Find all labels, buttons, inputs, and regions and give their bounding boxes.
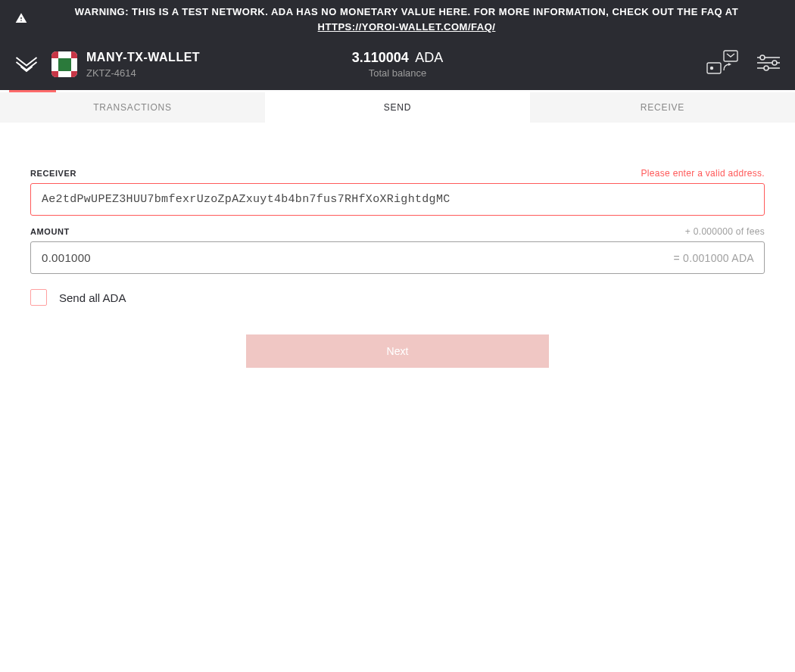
wallet-info: MANY-TX-WALLET ZKTZ-4614	[51, 51, 200, 79]
warning-banner: WARNING: THIS IS A TEST NETWORK. ADA HAS…	[0, 0, 795, 39]
content: RECEIVER Please enter a valid address. A…	[0, 123, 795, 398]
next-button[interactable]: Next	[246, 334, 549, 368]
balance-value: 3.110004	[352, 50, 409, 65]
receiver-label: RECEIVER	[30, 169, 76, 178]
wallet-name: MANY-TX-WALLET	[86, 51, 200, 64]
wallet-text: MANY-TX-WALLET ZKTZ-4614	[86, 51, 200, 79]
receiver-row: RECEIVER Please enter a valid address.	[30, 168, 765, 216]
warning-link[interactable]: HTTPS://YOROI-WALLET.COM/FAQ/	[318, 21, 496, 33]
warning-icon	[15, 12, 27, 26]
amount-input[interactable]	[30, 241, 765, 274]
amount-label: AMOUNT	[30, 227, 70, 236]
amount-wrapper: = 0.001000 ADA	[30, 241, 765, 274]
fees-hint: + 0.000000 of fees	[685, 226, 765, 237]
receiver-input[interactable]	[30, 183, 765, 216]
header-right	[706, 49, 780, 79]
send-form: RECEIVER Please enter a valid address. A…	[15, 153, 780, 383]
svg-point-6	[772, 61, 777, 65]
svg-rect-0	[724, 51, 737, 61]
send-all-label: Send all ADA	[59, 291, 126, 304]
warning-text: WARNING: THIS IS A TEST NETWORK. ADA HAS…	[33, 5, 780, 34]
header: MANY-TX-WALLET ZKTZ-4614 3.110004 ADA To…	[0, 39, 795, 90]
send-all-checkbox[interactable]	[30, 289, 47, 306]
receiver-label-row: RECEIVER Please enter a valid address.	[30, 168, 765, 179]
send-all-row: Send all ADA	[30, 289, 765, 306]
tab-receive[interactable]: RECEIVE	[530, 92, 795, 123]
svg-rect-1	[707, 63, 721, 73]
amount-row: AMOUNT + 0.000000 of fees = 0.001000 ADA	[30, 226, 765, 274]
balance-amount-row: 3.110004 ADA	[352, 50, 444, 66]
balance-display: 3.110004 ADA Total balance	[352, 50, 444, 79]
balance-label: Total balance	[352, 67, 444, 79]
settings-icon[interactable]	[757, 54, 780, 75]
svg-point-2	[711, 67, 713, 70]
wallets-icon[interactable]	[706, 49, 739, 79]
header-left: MANY-TX-WALLET ZKTZ-4614	[15, 51, 200, 79]
tab-send[interactable]: SEND	[265, 92, 530, 123]
warning-message: WARNING: THIS IS A TEST NETWORK. ADA HAS…	[75, 6, 738, 17]
svg-point-8	[764, 66, 768, 70]
wallet-avatar-icon	[51, 51, 77, 77]
balance-currency: ADA	[415, 50, 443, 65]
wallet-id: ZKTZ-4614	[86, 67, 200, 79]
svg-point-4	[760, 55, 765, 60]
amount-label-row: AMOUNT + 0.000000 of fees	[30, 226, 765, 237]
tabs: TRANSACTIONS SEND RECEIVE	[0, 92, 795, 123]
tab-transactions[interactable]: TRANSACTIONS	[0, 92, 265, 123]
receiver-error: Please enter a valid address.	[641, 168, 765, 179]
yoroi-logo-icon[interactable]	[15, 53, 38, 76]
